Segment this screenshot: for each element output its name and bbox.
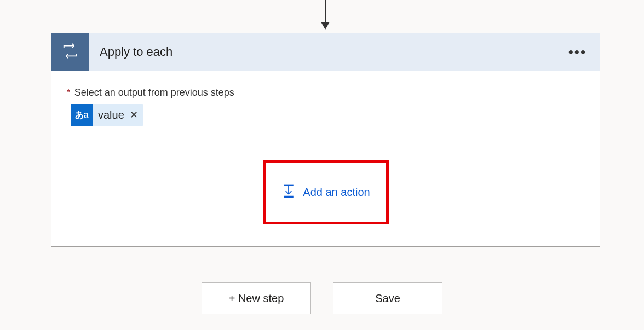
loop-icon (62, 43, 78, 61)
translate-icon-a: あ (75, 111, 84, 119)
add-action-highlight: Add an action (263, 160, 389, 224)
translate-icon: あ a (71, 104, 93, 126)
output-input[interactable]: あ a value ✕ (67, 102, 584, 128)
arrow-head-icon (321, 22, 330, 30)
field-label-row: * Select an output from previous steps (67, 87, 584, 99)
insert-action-icon (281, 183, 296, 201)
step-header[interactable]: Apply to each ••• (51, 33, 600, 71)
add-action-button[interactable]: Add an action (281, 183, 370, 201)
value-token[interactable]: あ a value ✕ (71, 104, 143, 126)
token-remove-button[interactable]: ✕ (130, 110, 138, 120)
translate-icon-b: a (84, 111, 89, 119)
step-body: * Select an output from previous steps あ… (51, 71, 600, 246)
add-action-label: Add an action (303, 186, 370, 199)
required-asterisk: * (67, 88, 70, 97)
new-step-button[interactable]: + New step (202, 282, 311, 314)
save-button[interactable]: Save (333, 282, 442, 314)
loop-icon-box (51, 33, 89, 71)
apply-to-each-card: Apply to each ••• * Select an output fro… (51, 33, 600, 247)
token-label: value (98, 109, 124, 121)
svg-rect-2 (284, 195, 294, 198)
bottom-buttons: + New step Save (0, 282, 644, 314)
more-options-button[interactable]: ••• (564, 44, 591, 61)
arrow-connector (325, 0, 326, 32)
field-label: Select an output from previous steps (74, 87, 234, 98)
step-title: Apply to each (89, 45, 564, 59)
arrow-line (325, 0, 326, 22)
